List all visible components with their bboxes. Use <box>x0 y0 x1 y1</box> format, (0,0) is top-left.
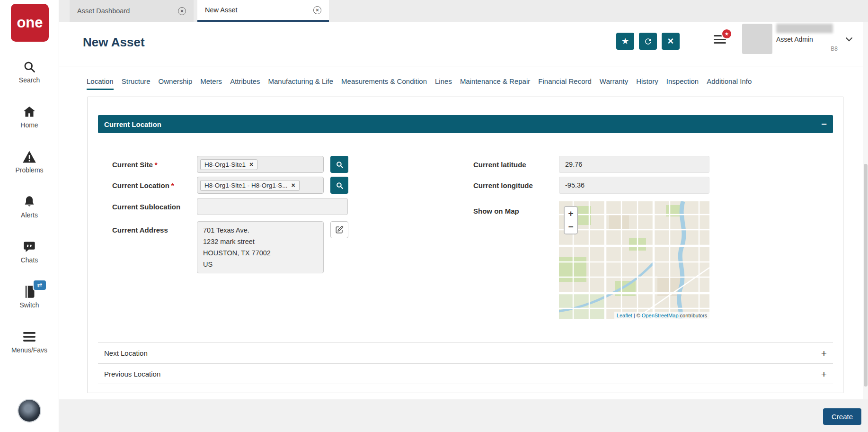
profile-avatar[interactable] <box>18 400 40 422</box>
tab-history[interactable]: History <box>636 77 658 90</box>
current-location-input[interactable]: H8-Org1-Site1 - H8-Org1-S... × <box>197 177 324 194</box>
sidebar-item-label: Problems <box>15 166 43 174</box>
sidebar-item-alerts[interactable]: Alerts <box>0 195 59 219</box>
sidebar-item-label: Chats <box>21 256 38 264</box>
favorite-button[interactable]: ★ <box>616 33 634 50</box>
sidebar-item-label: Search <box>19 76 40 84</box>
current-location-panel-body: Current Site* H8-Org1-Site1 × Current Lo… <box>98 133 833 337</box>
osm-link[interactable]: OpenStreetMap <box>642 313 679 318</box>
current-sublocation-label: Current Sublocation <box>112 198 180 215</box>
attribution-suffix: contributors <box>680 313 707 318</box>
create-button[interactable]: Create <box>823 408 861 425</box>
current-address-label: Current Address <box>112 221 168 238</box>
current-site-label: Current Site* <box>112 156 158 173</box>
map-attribution: Leaflet | © OpenStreetMap contributors <box>614 312 709 319</box>
expand-icon[interactable]: + <box>821 369 827 379</box>
attribution-separator: | © <box>634 313 640 318</box>
current-longitude-label: Current longitude <box>473 177 533 194</box>
zoom-out-button[interactable]: − <box>565 220 577 234</box>
expand-icon[interactable]: + <box>821 348 827 358</box>
chevron-down-icon <box>844 36 854 43</box>
current-location-panel: Current Location − Current Site* H8-Org1… <box>98 115 833 337</box>
home-icon <box>23 105 36 119</box>
current-location-panel-header[interactable]: Current Location − <box>98 115 833 133</box>
show-on-map-label: Show on Map <box>473 202 519 219</box>
next-location-section[interactable]: Next Location + <box>98 342 833 363</box>
menu-icon <box>23 330 36 344</box>
edit-pencil-icon <box>335 225 344 234</box>
sidebar-item-home[interactable]: Home <box>0 105 59 129</box>
sidebar: one Search Home Problems Alerts <box>0 0 59 432</box>
vertical-scrollbar <box>863 22 868 399</box>
leaflet-link[interactable]: Leaflet <box>617 313 632 318</box>
sidebar-items: Search Home Problems Alerts Chats <box>0 60 59 354</box>
map-canvas[interactable]: + − Leaflet | © OpenStreetMap contributo… <box>559 201 709 319</box>
address-line: 701 Texas Ave. <box>203 225 318 236</box>
refresh-button[interactable] <box>639 33 657 50</box>
address-line: HOUSTON, TX 77002 <box>203 247 318 259</box>
tab-measurements-condition[interactable]: Measurements & Condition <box>341 77 427 90</box>
address-line: 1232 mark street <box>203 236 318 247</box>
page-header: New Asset ★ × ★ Asset Admin B8 <box>59 22 868 66</box>
edit-address-button[interactable] <box>330 221 348 238</box>
scrollbar-thumb[interactable] <box>864 164 868 387</box>
zoom-in-button[interactable]: + <box>565 207 577 220</box>
user-menu-chevron[interactable] <box>844 36 854 45</box>
tab-structure[interactable]: Structure <box>122 77 151 90</box>
tab-close-icon[interactable]: × <box>313 6 321 14</box>
tab-warranty[interactable]: Warranty <box>600 77 628 90</box>
section-title: Previous Location <box>104 370 160 378</box>
window-tab-strip: Asset Dashboard × New Asset × <box>59 0 868 22</box>
previous-location-section[interactable]: Previous Location + <box>98 363 833 384</box>
current-site-search-button[interactable] <box>330 156 348 173</box>
chip-remove-icon[interactable]: × <box>292 182 295 189</box>
tab-meters[interactable]: Meters <box>200 77 222 90</box>
refresh-icon <box>644 37 653 46</box>
current-sublocation-input[interactable] <box>197 198 348 215</box>
collapse-icon[interactable]: − <box>821 119 827 129</box>
current-site-input[interactable]: H8-Org1-Site1 × <box>197 156 324 173</box>
tab-lines[interactable]: Lines <box>435 77 452 90</box>
tab-financial-record[interactable]: Financial Record <box>538 77 592 90</box>
sidebar-item-menus-favs[interactable]: Menus/Favs <box>0 330 59 354</box>
header-actions: ★ × ★ Asset Admin B8 <box>616 22 854 66</box>
sidebar-item-label: Switch <box>19 301 39 309</box>
user-role: Asset Admin <box>776 36 838 43</box>
sidebar-item-search[interactable]: Search <box>0 60 59 84</box>
user-info[interactable]: Asset Admin B8 <box>776 24 838 52</box>
current-longitude-input[interactable] <box>559 177 709 194</box>
tab-maintenance-repair[interactable]: Maintenance & Repair <box>460 77 530 90</box>
one-logo[interactable]: one <box>11 4 49 42</box>
footer-bar: Create <box>59 399 868 432</box>
window-tab-new-asset[interactable]: New Asset × <box>197 0 329 22</box>
window-tab-asset-dashboard[interactable]: Asset Dashboard × <box>70 0 194 22</box>
tab-manufacturing-life[interactable]: Manufacturing & Life <box>268 77 334 90</box>
current-latitude-input[interactable] <box>559 156 709 173</box>
tab-inspection[interactable]: Inspection <box>666 77 699 90</box>
close-record-button[interactable]: × <box>662 33 680 50</box>
required-mark: * <box>171 181 174 189</box>
chip-remove-icon[interactable]: × <box>249 161 253 168</box>
user-avatar[interactable] <box>742 24 772 54</box>
map-tiles <box>559 201 709 319</box>
window-tab-label: Asset Dashboard <box>77 7 130 15</box>
bell-icon <box>23 195 36 209</box>
sidebar-item-problems[interactable]: Problems <box>0 150 59 174</box>
tab-attributes[interactable]: Attributes <box>230 77 260 90</box>
current-location-search-button[interactable] <box>330 177 348 194</box>
current-address-value: 701 Texas Ave. 1232 mark street HOUSTON,… <box>197 221 324 273</box>
menu-button[interactable]: ★ <box>714 35 726 46</box>
tab-location[interactable]: Location <box>87 77 114 90</box>
tab-ownership[interactable]: Ownership <box>159 77 193 90</box>
sidebar-item-switch[interactable]: ⇄ Switch <box>0 285 59 309</box>
user-name-redacted <box>776 24 833 33</box>
tab-additional-info[interactable]: Additional Info <box>707 77 752 90</box>
tab-close-icon[interactable]: × <box>178 7 186 15</box>
switch-icon: ⇄ <box>23 285 35 299</box>
sidebar-item-chats[interactable]: Chats <box>0 240 59 264</box>
location-tab-content: Current Location − Current Site* H8-Org1… <box>88 97 843 393</box>
search-icon <box>336 161 344 169</box>
section-title: Next Location <box>104 349 148 357</box>
close-icon: × <box>668 35 674 47</box>
page-title: New Asset <box>83 35 145 50</box>
